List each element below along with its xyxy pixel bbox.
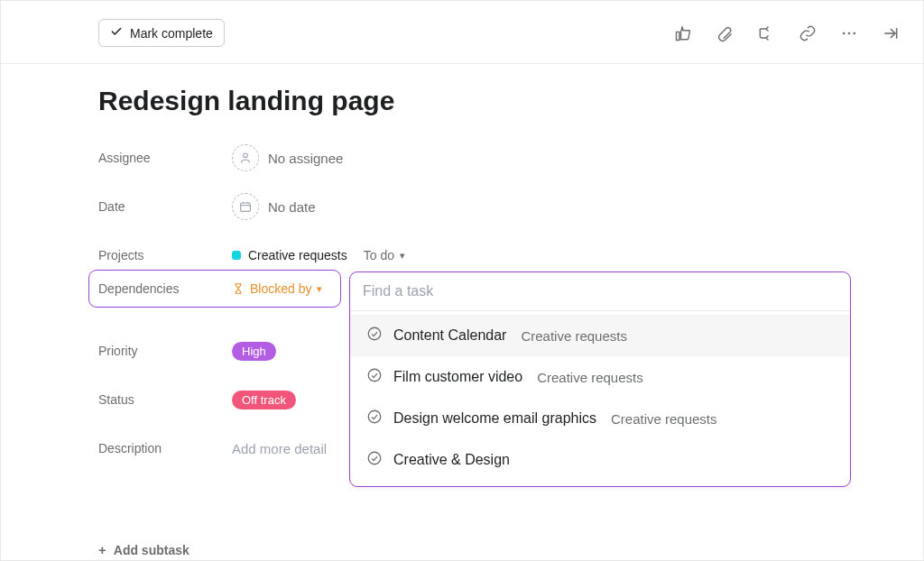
plus-icon: + <box>98 542 106 557</box>
projects-label: Projects <box>98 248 232 262</box>
date-value[interactable]: No date <box>232 193 316 220</box>
task-picker-item-title: Content Calendar <box>393 327 506 344</box>
mark-complete-button[interactable]: Mark complete <box>98 19 225 47</box>
calendar-icon <box>232 193 259 220</box>
hourglass-icon <box>232 282 245 295</box>
dependencies-field: Dependencies Blocked by ▾ <box>88 270 341 308</box>
task-picker-item-project: Creative requests <box>611 411 717 427</box>
task-picker-item-title: Design welcome email graphics <box>393 410 596 427</box>
task-picker-item-title: Film customer video <box>393 369 522 385</box>
status-pill[interactable]: Off track <box>232 391 296 409</box>
add-subtask-button[interactable]: + Add subtask <box>98 542 900 557</box>
task-search-input[interactable] <box>350 272 850 311</box>
task-picker-item[interactable]: Design welcome email graphicsCreative re… <box>350 398 850 439</box>
svg-point-3 <box>244 153 248 158</box>
add-subtask-label: Add subtask <box>114 543 189 557</box>
task-picker-item-project: Creative requests <box>537 370 643 385</box>
task-picker-item[interactable]: Creative & Design <box>350 439 850 481</box>
chevron-down-icon: ▾ <box>317 283 322 295</box>
project-name: Creative requests <box>248 248 347 262</box>
mark-complete-label: Mark complete <box>130 26 213 41</box>
assignee-text: No assignee <box>268 151 343 166</box>
date-text: No date <box>268 199 316 215</box>
svg-point-0 <box>843 32 845 34</box>
description-placeholder[interactable]: Add more detail <box>232 441 327 456</box>
priority-pill[interactable]: High <box>232 342 276 361</box>
person-icon <box>232 144 259 171</box>
project-color-dot <box>232 251 241 260</box>
status-label: Status <box>98 392 232 407</box>
task-picker-item-title: Creative & Design <box>393 452 510 468</box>
dependencies-label: Dependencies <box>98 281 232 296</box>
check-circle-icon <box>366 450 383 470</box>
svg-point-8 <box>368 452 381 464</box>
more-icon[interactable] <box>840 24 858 42</box>
check-circle-icon <box>366 367 383 387</box>
assignee-label: Assignee <box>98 151 232 165</box>
link-icon[interactable] <box>799 24 817 42</box>
check-circle-icon <box>366 409 383 428</box>
svg-point-6 <box>368 369 381 382</box>
svg-point-2 <box>854 32 856 34</box>
dependency-task-picker: Content CalendarCreative requestsFilm cu… <box>349 271 851 487</box>
attachment-icon[interactable] <box>716 24 734 42</box>
svg-rect-4 <box>241 203 251 211</box>
project-chip[interactable]: Creative requests <box>232 248 347 262</box>
svg-point-1 <box>848 32 851 34</box>
task-picker-item[interactable]: Content CalendarCreative requests <box>350 315 850 356</box>
collapse-panel-icon[interactable] <box>882 24 900 42</box>
check-icon <box>110 25 123 41</box>
like-icon[interactable] <box>674 24 692 42</box>
priority-label: Priority <box>98 344 232 358</box>
task-picker-item-project: Creative requests <box>521 328 627 344</box>
svg-point-7 <box>368 410 381 423</box>
chevron-down-icon: ▾ <box>400 250 405 262</box>
project-section-label: To do <box>364 248 394 262</box>
check-circle-icon <box>366 326 383 345</box>
task-title[interactable]: Redesign landing page <box>98 86 900 116</box>
blocked-by-label: Blocked by <box>250 281 311 296</box>
subtask-icon[interactable] <box>757 24 775 42</box>
date-label: Date <box>98 199 232 214</box>
project-section-dropdown[interactable]: To do ▾ <box>364 248 405 262</box>
task-picker-list: Content CalendarCreative requestsFilm cu… <box>350 311 850 486</box>
assignee-value[interactable]: No assignee <box>232 144 343 171</box>
svg-point-5 <box>368 327 381 340</box>
blocked-by-dropdown[interactable]: Blocked by ▾ <box>232 281 322 296</box>
description-label: Description <box>98 441 232 455</box>
header-actions <box>674 24 900 42</box>
task-picker-item[interactable]: Film customer videoCreative requests <box>350 356 850 398</box>
